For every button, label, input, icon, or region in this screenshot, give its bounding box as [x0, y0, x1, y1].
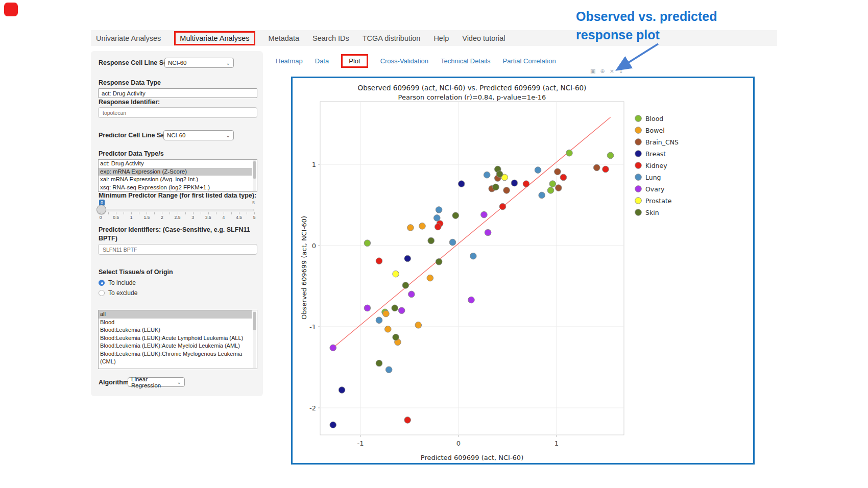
data-point-skin[interactable] — [436, 259, 442, 265]
data-point-bowel[interactable] — [427, 275, 433, 281]
data-point-skin[interactable] — [496, 171, 503, 178]
data-point-ovary[interactable] — [408, 291, 415, 298]
legend-swatch-skin[interactable] — [635, 209, 642, 216]
nav-item-help[interactable]: Help — [433, 34, 449, 42]
list-item[interactable]: Blood:Leukemia (LEUK):Acute Lymphoid Leu… — [99, 334, 252, 343]
data-point-kidney[interactable] — [602, 166, 609, 173]
data-point-brain_cns[interactable] — [556, 185, 562, 191]
data-point-bowel[interactable] — [415, 322, 422, 329]
data-point-skin[interactable] — [392, 305, 398, 311]
data-point-kidney[interactable] — [376, 258, 382, 264]
data-point-brain_cns[interactable] — [503, 187, 510, 194]
nav-item-search-ids[interactable]: Search IDs — [312, 34, 349, 42]
data-point-lung[interactable] — [385, 367, 392, 373]
legend-label[interactable]: Blood — [645, 115, 663, 123]
legend-swatch-brain_cns[interactable] — [635, 139, 642, 145]
list-item[interactable]: all — [99, 310, 252, 319]
legend-swatch-kidney[interactable] — [635, 162, 642, 169]
legend-label[interactable]: Bowel — [645, 127, 665, 134]
nav-item-multivariate-analyses[interactable]: Multivariate Analyses — [180, 34, 249, 42]
data-point-kidney[interactable] — [560, 174, 567, 181]
data-point-lung[interactable] — [376, 317, 382, 324]
data-point-bowel[interactable] — [383, 310, 390, 317]
legend-label[interactable]: Lung — [645, 174, 661, 181]
legend-label[interactable]: Breast — [645, 150, 666, 158]
data-point-skin[interactable] — [402, 282, 409, 289]
data-point-breast[interactable] — [404, 255, 411, 262]
data-point-skin[interactable] — [376, 360, 382, 367]
predictor-identifiers-input[interactable] — [98, 244, 257, 255]
list-item[interactable]: xsq: RNA-seq Expression (log2 FPKM+1.) — [99, 184, 252, 192]
data-point-lung[interactable] — [535, 167, 541, 174]
data-point-breast[interactable] — [458, 181, 465, 187]
data-point-skin[interactable] — [393, 334, 399, 340]
nav-item-univariate-analyses[interactable]: Univariate Analyses — [96, 34, 161, 42]
data-point-blood[interactable] — [566, 150, 573, 156]
slider-handle[interactable] — [97, 205, 106, 214]
pan-icon[interactable]: ↕ — [619, 68, 623, 75]
data-point-bowel[interactable] — [384, 326, 391, 332]
legend-swatch-blood[interactable] — [635, 115, 642, 122]
data-point-lung[interactable] — [470, 253, 477, 259]
legend-label[interactable]: Skin — [645, 209, 659, 216]
scrollbar[interactable] — [253, 160, 256, 191]
response-identifier-input[interactable] — [98, 107, 257, 118]
data-point-skin[interactable] — [428, 237, 435, 244]
scrollbar-thumb[interactable] — [253, 161, 256, 179]
data-point-bowel[interactable] — [407, 225, 414, 231]
legend-swatch-breast[interactable] — [635, 151, 642, 157]
nav-item-metadata[interactable]: Metadata — [269, 34, 299, 42]
data-point-blood[interactable] — [549, 181, 556, 187]
data-point-breast[interactable] — [339, 387, 345, 394]
legend-label[interactable]: Brain_CNS — [645, 138, 679, 146]
data-point-skin[interactable] — [452, 212, 459, 219]
min-predictor-range-slider[interactable] — [100, 209, 254, 211]
data-point-ovary[interactable] — [330, 345, 336, 351]
list-item[interactable]: Blood:Leukemia (LEUK):Chronic Myelogenou… — [99, 350, 252, 366]
data-point-prostate[interactable] — [393, 271, 399, 277]
data-point-lung[interactable] — [484, 172, 490, 178]
data-point-bowel[interactable] — [419, 223, 426, 230]
data-point-lung[interactable] — [539, 192, 545, 199]
data-point-skin[interactable] — [493, 184, 499, 190]
data-point-kidney[interactable] — [435, 224, 441, 230]
radio-to-include[interactable]: To include — [99, 279, 136, 286]
data-point-kidney[interactable] — [499, 203, 506, 210]
nav-item-video-tutorial[interactable]: Video tutorial — [462, 34, 505, 42]
radio-to-exclude[interactable]: To exclude — [99, 289, 137, 297]
zoom-icon[interactable]: ⊕ — [600, 68, 605, 75]
predictor-cell-line-set-select[interactable]: NCI-60 ⌄ — [163, 130, 234, 140]
legend-swatch-bowel[interactable] — [635, 127, 642, 134]
algorithm-select[interactable]: Linear Regression ⌄ — [128, 377, 185, 387]
legend-swatch-lung[interactable] — [635, 174, 642, 181]
legend-label[interactable]: Prostate — [645, 197, 672, 205]
legend-label[interactable]: Kidney — [645, 162, 667, 169]
data-point-breast[interactable] — [511, 180, 518, 186]
data-point-ovary[interactable] — [468, 297, 475, 303]
tab-plot[interactable]: Plot — [349, 57, 360, 65]
tab-technical-details[interactable]: Technical Details — [441, 57, 491, 65]
list-item[interactable]: act: Drug Activity — [99, 160, 252, 168]
data-point-brain_cns[interactable] — [593, 164, 600, 171]
response-data-type-select[interactable]: act: Drug Activity — [98, 88, 257, 98]
data-point-blood[interactable] — [364, 240, 371, 247]
data-point-blood[interactable] — [607, 152, 614, 159]
data-point-blood[interactable] — [547, 187, 554, 194]
data-point-lung[interactable] — [449, 239, 456, 246]
tab-heatmap[interactable]: Heatmap — [276, 57, 303, 65]
list-item[interactable]: exp: mRNA Expression (Z-Score) — [99, 168, 252, 176]
nav-item-tcga-distribution[interactable]: TCGA distribution — [363, 34, 421, 42]
legend-swatch-prostate[interactable] — [635, 198, 642, 204]
data-point-brain_cns[interactable] — [554, 168, 561, 175]
legend-swatch-ovary[interactable] — [635, 186, 642, 192]
data-point-lung[interactable] — [436, 207, 442, 213]
list-item[interactable]: xai: mRNA Expression (Avg. log2 Int.) — [99, 176, 252, 184]
tab-data[interactable]: Data — [315, 57, 329, 65]
tab-cross-validation[interactable]: Cross-Validation — [380, 57, 428, 65]
legend-label[interactable]: Ovary — [645, 185, 665, 193]
scrollbar-thumb[interactable] — [253, 312, 256, 330]
data-point-lung[interactable] — [433, 215, 440, 222]
camera-icon[interactable]: ▣ — [590, 68, 595, 75]
data-point-ovary[interactable] — [398, 307, 405, 314]
list-item[interactable]: Blood:Leukemia (LEUK) — [99, 326, 252, 334]
